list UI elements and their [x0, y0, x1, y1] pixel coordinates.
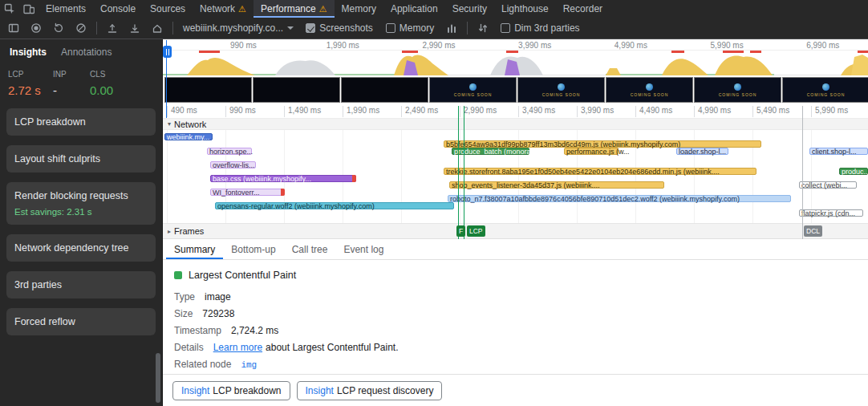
network-request[interactable]: performance.js (w...	[564, 148, 619, 155]
save-profile-icon[interactable]	[124, 18, 145, 38]
dim-3rd-parties-checkbox[interactable]: Dim 3rd parties	[495, 22, 585, 34]
sidebar-tab-insights[interactable]: Insights	[10, 47, 47, 58]
devtools-window: ElementsConsoleSourcesNetwork⚠Performanc…	[0, 0, 868, 406]
stats-icon[interactable]	[441, 18, 462, 38]
screenshots-checkbox[interactable]: Screenshots	[300, 22, 379, 34]
insight-item-render-blocking-requests[interactable]: Render blocking requestsEst savings: 2.3…	[6, 182, 156, 225]
tab-memory[interactable]: Memory	[335, 0, 383, 18]
tab-label: Memory	[342, 3, 376, 14]
network-request[interactable]: b5bfe654aw9a31df99pb879ff13m3bd6cd49m.js…	[444, 140, 761, 148]
expand-collapse-icon[interactable]	[473, 18, 493, 38]
network-request[interactable]: webiiink.my...	[164, 133, 213, 140]
collapse-triangle-icon: ▾	[168, 120, 171, 128]
tab-performance[interactable]: Performance⚠	[254, 0, 335, 18]
insight-item-lcp-breakdown[interactable]: LCP breakdown	[6, 108, 156, 136]
network-request[interactable]: WI_fontoverr...	[210, 189, 285, 196]
marker-badge-lcp[interactable]: LCP	[467, 225, 485, 237]
record-icon[interactable]	[26, 18, 47, 38]
filmstrip-thumbnail[interactable]: COMING SOON	[694, 77, 781, 103]
network-request-label: loader.shop-l...	[679, 148, 726, 156]
filmstrip-thumbnail[interactable]: COMING SOON	[606, 77, 693, 103]
filmstrip-thumbnail[interactable]	[253, 77, 340, 103]
filmstrip-thumbnail[interactable]: COMING SOON	[782, 77, 868, 103]
timeline-overview[interactable]: 990 ms1,990 ms2,990 ms3,990 ms4,990 ms5,…	[163, 39, 868, 75]
memory-checkbox[interactable]: Memory	[380, 22, 440, 34]
inspect-icon[interactable]	[0, 0, 19, 18]
insight-item-forced-reflow[interactable]: Forced reflow	[6, 308, 156, 335]
load-profile-icon[interactable]	[102, 18, 123, 38]
tab-application[interactable]: Application	[383, 0, 445, 18]
overview-tick: 6,990 ms	[806, 41, 839, 50]
summary-label: Details	[174, 342, 204, 353]
coming-soon-text: COMING SOON	[807, 92, 846, 97]
insight-button-label: LCP request discovery	[337, 385, 434, 396]
tab-recorder[interactable]: Recorder	[556, 0, 610, 18]
insight-item-layout-shift-culprits[interactable]: Layout shift culprits	[6, 145, 156, 173]
network-request[interactable]: collect (webi...	[799, 181, 857, 189]
network-request-label: base.css (webiiink.myshopify...	[213, 175, 311, 183]
network-request[interactable]: shop_events_listener-3da45d37.js (webiii…	[449, 181, 664, 189]
reload-icon[interactable]	[48, 18, 69, 38]
insight-buttons-row: InsightLCP breakdownInsightLCP request d…	[163, 374, 868, 406]
history-select[interactable]: webiiink.myshopify.co...	[178, 22, 298, 34]
details-tab-bottom-up[interactable]: Bottom-up	[223, 239, 283, 259]
insight-item-label: LCP breakdown	[14, 116, 148, 128]
globe-icon	[734, 83, 741, 91]
checkbox-box	[306, 23, 315, 33]
marker-badge-dcl[interactable]: DCL	[804, 225, 822, 237]
network-request[interactable]: horizon.spe...	[207, 148, 252, 155]
sidebar-scrollbar[interactable]	[156, 353, 160, 403]
insight-item-label: 3rd parties	[14, 279, 148, 290]
performance-toolbar: webiiink.myshopify.co... Screenshots Mem…	[0, 18, 868, 39]
filmstrip-thumbnail[interactable]: COMING SOON	[517, 77, 605, 103]
overview-ruler: 990 ms1,990 ms2,990 ms3,990 ms4,990 ms5,…	[163, 39, 868, 51]
insight-button-lcp-breakdown[interactable]: InsightLCP breakdown	[172, 381, 290, 400]
detail-tick: 3,490 ms	[518, 106, 555, 117]
network-request[interactable]: base.css (webiiink.myshopify...	[210, 175, 356, 182]
tab-security[interactable]: Security	[445, 0, 494, 18]
learn-more-link[interactable]: Learn more	[213, 342, 262, 353]
filmstrip-thumbnail[interactable]: COMING SOON	[429, 77, 517, 103]
sidebar-tab-annotations[interactable]: Annotations	[61, 47, 112, 58]
insight-button-lcp-request-discovery[interactable]: InsightLCP request discovery	[297, 381, 443, 400]
network-request-label: flatpickr.js (cdn...	[801, 209, 855, 217]
network-request-label: horizon.spe...	[209, 148, 253, 156]
device-toolbar-icon[interactable]	[19, 0, 39, 18]
network-request[interactable]: produce_batch (monora...	[452, 148, 529, 155]
tab-sources[interactable]: Sources	[143, 0, 193, 18]
clear-icon[interactable]	[71, 18, 91, 38]
home-icon[interactable]	[147, 18, 168, 38]
network-request[interactable]: opensans-regular.woff2 (webiiink.myshopi…	[215, 202, 454, 209]
network-request[interactable]: roboto_n7.f38007a10afbbde8976c4056bfe890…	[448, 195, 791, 202]
details-tab-call-tree[interactable]: Call tree	[284, 239, 336, 259]
tab-lighthouse[interactable]: Lighthouse	[494, 0, 556, 18]
network-request[interactable]: trekkie.storefront.8aba195e1f0d50eb4ee54…	[444, 168, 756, 175]
summary-row-details: DetailsLearn moreabout Largest Contentfu…	[174, 342, 857, 353]
marker-badge-f[interactable]: F	[456, 225, 465, 237]
details-tab-event-log[interactable]: Event log	[335, 239, 391, 259]
tab-network[interactable]: Network⚠	[193, 0, 254, 18]
network-request[interactable]: loader.shop-l...	[676, 148, 728, 155]
network-track-header[interactable]: ▾ Network	[163, 119, 868, 130]
tab-console[interactable]: Console	[93, 0, 143, 18]
frames-track-header[interactable]: ▸ Frames	[163, 223, 868, 239]
insight-item-network-dependency-tree[interactable]: Network dependency tree	[6, 234, 156, 262]
network-request[interactable]: flatpickr.js (cdn...	[799, 209, 863, 217]
network-request[interactable]: client.shop-l...	[809, 148, 868, 155]
tab-elements[interactable]: Elements	[39, 0, 93, 18]
toggle-panel-icon[interactable]	[3, 18, 24, 38]
insight-list: LCP breakdownLayout shift culpritsRender…	[0, 108, 162, 335]
selection-left-handle[interactable]	[163, 46, 172, 58]
filmstrip-thumbnail[interactable]	[164, 77, 252, 103]
insight-item-3rd-parties[interactable]: 3rd parties	[6, 271, 156, 298]
insight-item-label: Network dependency tree	[14, 242, 148, 254]
tab-label: Performance	[261, 3, 316, 14]
network-request-label: shop_events_listener-3da45d37.js (webiii…	[452, 181, 600, 189]
filmstrip-thumbnail[interactable]	[341, 77, 428, 103]
network-request[interactable]: overflow-lis...	[210, 161, 256, 168]
render-blocking-cap	[352, 175, 356, 182]
details-tab-summary[interactable]: Summary	[166, 239, 223, 259]
network-request[interactable]: produc...	[839, 168, 868, 175]
summary-content: 729238	[202, 308, 234, 319]
insights-sidebar: InsightsAnnotations LCP2.72 sINP-CLS0.00…	[0, 39, 163, 406]
